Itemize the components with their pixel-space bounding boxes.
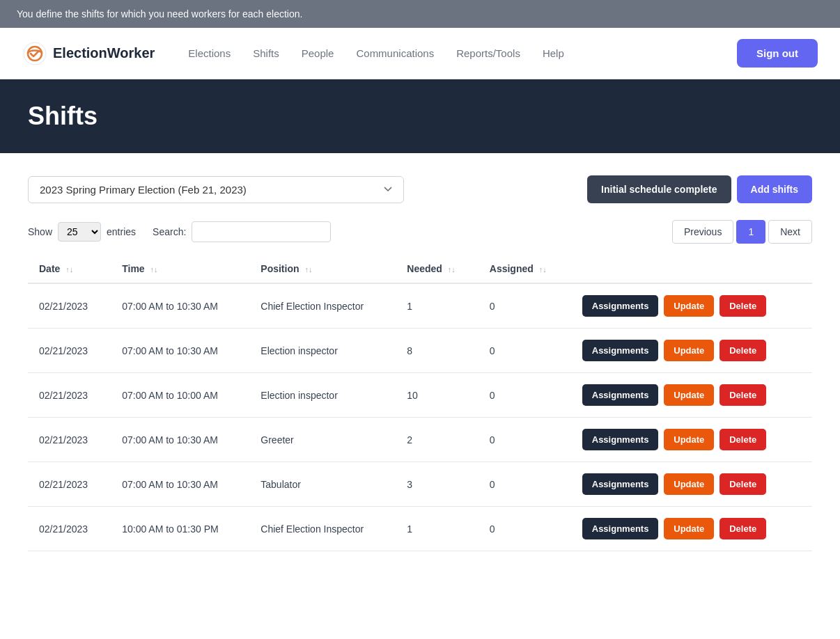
cell-assigned-5: 0 — [479, 507, 571, 551]
cell-position-5: Chief Election Inspector — [249, 507, 396, 551]
table-header-row: Date ↑↓ Time ↑↓ Position ↑↓ Needed ↑↓ As… — [28, 255, 812, 283]
assignments-button-0[interactable]: Assignments — [582, 295, 659, 317]
cell-assigned-1: 0 — [479, 329, 571, 373]
col-date[interactable]: Date ↑↓ — [28, 255, 111, 283]
cell-time-3: 07:00 AM to 10:30 AM — [111, 418, 249, 462]
update-button-0[interactable]: Update — [664, 295, 714, 317]
cell-date-3: 02/21/2023 — [28, 418, 111, 462]
delete-button-3[interactable]: Delete — [720, 429, 766, 450]
delete-button-2[interactable]: Delete — [720, 384, 766, 406]
previous-button[interactable]: Previous — [672, 220, 733, 244]
action-buttons: Initial schedule complete Add shifts — [587, 175, 812, 203]
col-position[interactable]: Position ↑↓ — [249, 255, 396, 283]
cell-date-0: 02/21/2023 — [28, 283, 111, 329]
delete-button-0[interactable]: Delete — [720, 295, 766, 317]
navbar: ElectionWorker Elections Shifts People C… — [0, 28, 840, 79]
nav-link-people[interactable]: People — [302, 47, 334, 59]
cell-actions-3: Assignments Update Delete — [571, 418, 812, 462]
nav-links: Elections Shifts People Communications R… — [188, 47, 737, 59]
cell-needed-0: 1 — [396, 283, 478, 329]
cell-actions-4: Assignments Update Delete — [571, 462, 812, 507]
cell-time-1: 07:00 AM to 10:30 AM — [111, 329, 249, 373]
sign-out-button[interactable]: Sign out — [737, 39, 818, 68]
add-shifts-button[interactable]: Add shifts — [737, 175, 812, 203]
cell-date-4: 02/21/2023 — [28, 462, 111, 507]
sort-needed-icon: ↑↓ — [448, 265, 456, 274]
assignments-button-5[interactable]: Assignments — [582, 518, 659, 539]
cell-actions-1: Assignments Update Delete — [571, 329, 812, 373]
cell-needed-2: 10 — [396, 373, 478, 418]
delete-button-1[interactable]: Delete — [720, 340, 766, 361]
cell-time-5: 10:00 AM to 01:30 PM — [111, 507, 249, 551]
search-label: Search: — [153, 226, 186, 237]
nav-link-help[interactable]: Help — [543, 47, 564, 59]
table-row: 02/21/2023 10:00 AM to 01:30 PM Chief El… — [28, 507, 812, 551]
top-controls: 2023 Spring Primary Election (Feb 21, 20… — [28, 175, 812, 203]
table-row: 02/21/2023 07:00 AM to 10:30 AM Chief El… — [28, 283, 812, 329]
table-row: 02/21/2023 07:00 AM to 10:30 AM Tabulato… — [28, 462, 812, 507]
logo-text: ElectionWorker — [53, 45, 155, 61]
col-actions — [571, 255, 812, 283]
assignments-button-2[interactable]: Assignments — [582, 384, 659, 406]
cell-date-2: 02/21/2023 — [28, 373, 111, 418]
search-control: Search: — [153, 221, 331, 242]
entries-label: entries — [107, 226, 136, 237]
cell-position-3: Greeter — [249, 418, 396, 462]
logo-icon — [22, 41, 47, 66]
update-button-4[interactable]: Update — [664, 473, 714, 495]
page-1-button[interactable]: 1 — [736, 220, 765, 244]
update-button-2[interactable]: Update — [664, 384, 714, 406]
cell-actions-0: Assignments Update Delete — [571, 283, 812, 329]
cell-time-0: 07:00 AM to 10:30 AM — [111, 283, 249, 329]
update-button-5[interactable]: Update — [664, 518, 714, 539]
page-title: Shifts — [28, 102, 812, 131]
cell-assigned-4: 0 — [479, 462, 571, 507]
table-row: 02/21/2023 07:00 AM to 10:30 AM Greeter … — [28, 418, 812, 462]
entries-select[interactable]: 10 25 50 100 — [58, 222, 101, 242]
show-entries: Show 10 25 50 100 entries — [28, 222, 136, 242]
cell-assigned-2: 0 — [479, 373, 571, 418]
main-content: 2023 Spring Primary Election (Feb 21, 20… — [0, 153, 840, 574]
info-banner: You define the shifts for which you need… — [0, 0, 840, 28]
sort-position-icon: ↑↓ — [304, 265, 312, 274]
shifts-table: Date ↑↓ Time ↑↓ Position ↑↓ Needed ↑↓ As… — [28, 255, 812, 551]
search-input[interactable] — [192, 221, 331, 242]
col-time[interactable]: Time ↑↓ — [111, 255, 249, 283]
cell-assigned-3: 0 — [479, 418, 571, 462]
cell-position-1: Election inspector — [249, 329, 396, 373]
next-button[interactable]: Next — [768, 220, 812, 244]
sort-date-icon: ↑↓ — [65, 265, 73, 274]
col-assigned[interactable]: Assigned ↑↓ — [479, 255, 571, 283]
nav-link-communications[interactable]: Communications — [356, 47, 434, 59]
update-button-1[interactable]: Update — [664, 340, 714, 361]
pagination: Previous 1 Next — [672, 220, 812, 244]
assignments-button-1[interactable]: Assignments — [582, 340, 659, 361]
cell-needed-4: 3 — [396, 462, 478, 507]
table-row: 02/21/2023 07:00 AM to 10:00 AM Election… — [28, 373, 812, 418]
cell-needed-1: 8 — [396, 329, 478, 373]
nav-link-elections[interactable]: Elections — [188, 47, 231, 59]
delete-button-4[interactable]: Delete — [720, 473, 766, 495]
election-select[interactable]: 2023 Spring Primary Election (Feb 21, 20… — [28, 176, 404, 203]
update-button-3[interactable]: Update — [664, 429, 714, 450]
initial-schedule-button[interactable]: Initial schedule complete — [587, 175, 731, 203]
delete-button-5[interactable]: Delete — [720, 518, 766, 539]
cell-date-1: 02/21/2023 — [28, 329, 111, 373]
assignments-button-4[interactable]: Assignments — [582, 473, 659, 495]
cell-time-2: 07:00 AM to 10:00 AM — [111, 373, 249, 418]
cell-needed-3: 2 — [396, 418, 478, 462]
col-needed[interactable]: Needed ↑↓ — [396, 255, 478, 283]
nav-link-shifts[interactable]: Shifts — [253, 47, 279, 59]
cell-assigned-0: 0 — [479, 283, 571, 329]
cell-actions-2: Assignments Update Delete — [571, 373, 812, 418]
cell-position-0: Chief Election Inspector — [249, 283, 396, 329]
table-controls: Show 10 25 50 100 entries Search: Previo… — [28, 220, 812, 244]
table-row: 02/21/2023 07:00 AM to 10:30 AM Election… — [28, 329, 812, 373]
cell-position-4: Tabulator — [249, 462, 396, 507]
nav-link-reports[interactable]: Reports/Tools — [456, 47, 520, 59]
cell-time-4: 07:00 AM to 10:30 AM — [111, 462, 249, 507]
sort-time-icon: ↑↓ — [150, 265, 158, 274]
info-banner-text: You define the shifts for which you need… — [17, 8, 302, 19]
page-header: Shifts — [0, 79, 840, 153]
assignments-button-3[interactable]: Assignments — [582, 429, 659, 450]
